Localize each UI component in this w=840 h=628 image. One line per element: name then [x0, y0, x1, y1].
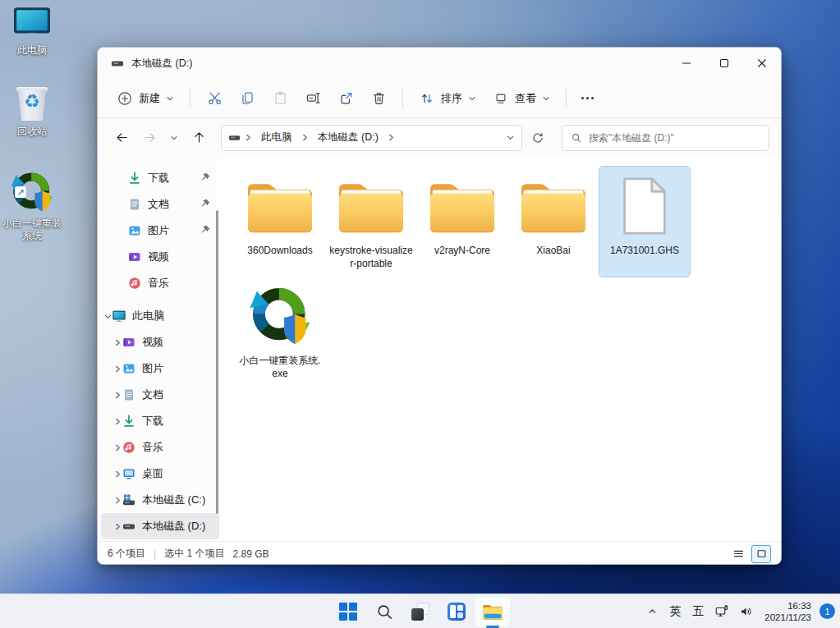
screen: 此电脑 ♻ 回收站 ↗ 小白一键重装系统 本地磁盘 (D:) — [0, 0, 840, 628]
sidebar-item-downloads-pinned[interactable]: 下载 — [101, 165, 219, 191]
sidebar-tree-downloads[interactable]: 下载 — [101, 408, 219, 434]
drive-icon — [122, 520, 135, 533]
up-button[interactable] — [186, 126, 211, 150]
sidebar-item-pictures-pinned[interactable]: 图片 — [101, 218, 219, 244]
chevron-right-icon[interactable] — [112, 364, 122, 374]
search-box[interactable] — [562, 125, 769, 151]
document-icon — [128, 198, 141, 211]
selection-size: 2.89 GB — [232, 548, 269, 560]
sidebar-scrollbar[interactable] — [216, 210, 218, 514]
maximize-icon — [719, 58, 729, 68]
chevron-right-icon[interactable] — [112, 522, 122, 531]
breadcrumb-this-pc[interactable]: 此电脑 — [256, 128, 297, 147]
desktop-icon-recycle-bin[interactable]: ♻ 回收站 — [0, 85, 64, 138]
share-button[interactable] — [330, 85, 361, 112]
sidebar-item-videos[interactable]: 视频 — [101, 244, 219, 270]
start-button[interactable] — [330, 596, 366, 627]
sidebar-tree-videos[interactable]: 视频 — [101, 329, 219, 355]
new-button[interactable]: 新建 — [109, 85, 181, 112]
details-view-button[interactable] — [728, 545, 748, 563]
chevron-right-icon[interactable] — [112, 391, 122, 400]
tray-language-indicator[interactable]: 英 — [664, 597, 686, 626]
file-explorer-icon — [482, 603, 503, 621]
taskbar: 英 五 16:33 2021/11/23 1 — [0, 594, 840, 628]
up-icon — [192, 131, 206, 144]
files-view[interactable]: 360Downloads keystroke-visualizer-portab… — [223, 157, 781, 541]
recycle-bin-icon: ♻ — [14, 85, 50, 122]
chevron-right-icon[interactable] — [112, 470, 122, 479]
rename-button[interactable] — [297, 85, 328, 112]
chevron-down-icon — [170, 134, 178, 142]
task-view-button[interactable] — [402, 596, 438, 627]
more-options-button[interactable] — [575, 97, 600, 99]
file-tile-ghs-selected[interactable]: 1A731001.GHS — [599, 167, 690, 277]
chevron-right-icon[interactable] — [112, 496, 122, 505]
this-pc-icon — [13, 7, 51, 41]
sidebar-tree-pictures[interactable]: 图片 — [101, 355, 219, 382]
tray-volume-button[interactable] — [735, 597, 758, 626]
cut-button[interactable] — [199, 85, 230, 112]
windows-logo-icon — [339, 603, 357, 621]
breadcrumb-local-disk-d[interactable]: 本地磁盘 (D:) — [313, 128, 383, 147]
recent-locations-button[interactable] — [165, 126, 183, 150]
shortcut-arrow-icon: ↗ — [15, 186, 26, 198]
tray-network-button[interactable] — [710, 597, 733, 626]
search-input[interactable] — [589, 132, 760, 144]
sidebar-tree-local-disk-c[interactable]: 本地磁盘 (C:) — [101, 487, 219, 513]
copy-icon — [239, 90, 255, 107]
desktop-icon-label: 回收站 — [17, 126, 47, 138]
toolbar-divider — [190, 89, 190, 108]
sort-button[interactable]: 排序 — [411, 85, 484, 112]
desktop-icon-xiaobai[interactable]: ↗ 小白一键重装系统 — [0, 170, 64, 242]
tray-clock[interactable]: 16:33 2021/11/23 — [760, 600, 816, 623]
pin-icon — [200, 198, 211, 209]
sidebar-tree-local-disk-d[interactable]: 本地磁盘 (D:) — [101, 513, 219, 539]
forward-button[interactable] — [137, 126, 162, 150]
search-icon — [375, 603, 393, 621]
status-divider: | — [154, 548, 156, 560]
view-button[interactable]: 查看 — [485, 85, 558, 112]
tray-show-hidden-icons-button[interactable] — [641, 597, 663, 626]
sidebar-tree-documents[interactable]: 文档 — [101, 382, 219, 408]
window-minimize-button[interactable] — [668, 48, 705, 79]
paste-button[interactable] — [264, 85, 296, 112]
file-explorer-taskbar-button[interactable] — [475, 596, 511, 627]
chevron-down-icon[interactable] — [103, 312, 112, 321]
window-close-button[interactable] — [743, 48, 781, 79]
sidebar-item-documents-pinned[interactable]: 文档 — [101, 191, 219, 218]
chevron-right-icon[interactable] — [112, 338, 122, 347]
large-icons-view-button[interactable] — [751, 545, 771, 563]
refresh-button[interactable] — [526, 126, 550, 150]
sidebar-tree-music[interactable]: 音乐 — [101, 434, 219, 461]
music-icon — [128, 277, 141, 290]
desktop-icon-this-pc[interactable]: 此电脑 — [0, 7, 64, 57]
title-bar[interactable]: 本地磁盘 (D:) — [98, 48, 781, 79]
tray-ime-mode-indicator[interactable]: 五 — [687, 597, 709, 626]
window-maximize-button[interactable] — [705, 48, 743, 79]
back-button[interactable] — [109, 126, 134, 150]
file-tile-xiaobai-exe[interactable]: 小白一键重装系统.exe — [235, 277, 325, 387]
taskbar-search-button[interactable] — [366, 596, 402, 627]
file-name: v2rayN-Core — [434, 244, 490, 257]
file-tile-360downloads[interactable]: 360Downloads — [235, 167, 325, 277]
rename-icon — [305, 90, 321, 107]
speaker-icon — [739, 604, 754, 619]
address-bar[interactable]: 此电脑 本地磁盘 (D:) — [221, 125, 522, 151]
system-drive-icon — [122, 493, 135, 507]
notification-badge[interactable]: 1 — [819, 603, 835, 619]
delete-button[interactable] — [363, 85, 394, 112]
download-icon — [122, 415, 135, 428]
copy-button[interactable] — [232, 85, 263, 112]
chevron-right-icon[interactable] — [112, 417, 122, 426]
file-tile-keystroke-visualizer[interactable]: keystroke-visualizer-portable — [326, 167, 416, 277]
file-tile-v2rayn-core[interactable]: v2rayN-Core — [417, 167, 507, 277]
file-tile-xiaobai-folder[interactable]: XiaoBai — [508, 167, 599, 277]
sidebar-item-this-pc[interactable]: 此电脑 — [101, 303, 219, 329]
download-icon — [128, 172, 141, 185]
cut-icon — [206, 90, 223, 107]
sidebar-tree-desktop[interactable]: 桌面 — [101, 461, 219, 487]
sidebar-item-music[interactable]: 音乐 — [101, 270, 219, 296]
widgets-button[interactable] — [438, 596, 475, 627]
address-dropdown-icon[interactable] — [506, 133, 515, 142]
chevron-right-icon[interactable] — [112, 443, 122, 452]
